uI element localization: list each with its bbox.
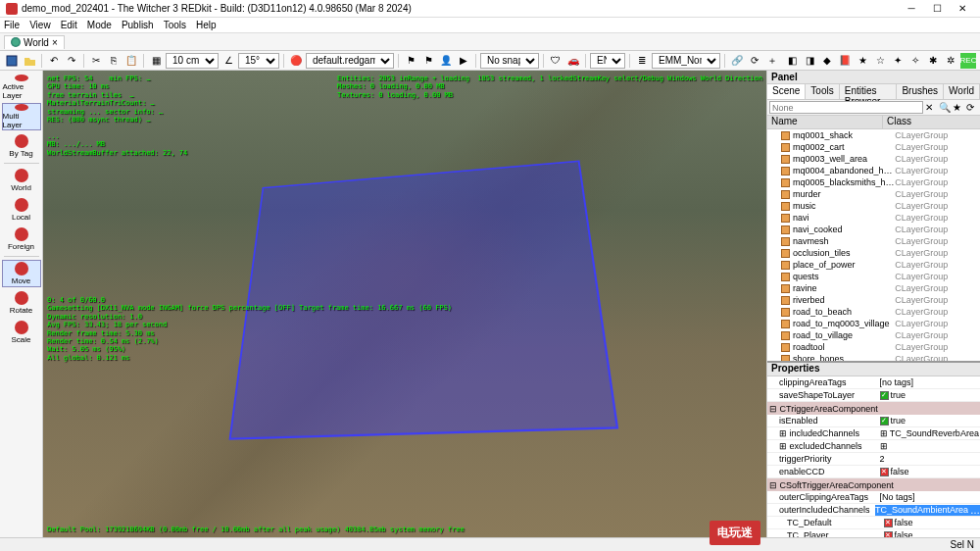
menu-file[interactable]: File — [4, 20, 20, 30]
prop-value[interactable]: ✕ false — [880, 467, 981, 476]
prop-row[interactable]: TC_Default✕ false — [767, 517, 980, 529]
open-icon[interactable] — [22, 53, 37, 69]
car-icon[interactable]: 🚗 — [565, 53, 581, 69]
checkbox-icon[interactable]: ✓ — [880, 391, 889, 400]
flag-green-icon[interactable]: ⚑ — [420, 53, 436, 69]
tree-row[interactable]: navi_cookedCLayerGroup — [767, 224, 980, 235]
prop-value[interactable]: [no tags] — [880, 377, 981, 387]
checkbox-icon[interactable]: ✕ — [884, 519, 893, 527]
book-icon[interactable]: 📕 — [837, 53, 853, 69]
cube-icon[interactable]: ◆ — [819, 53, 835, 69]
panel-tab-entities-browser[interactable]: Entities Browser — [840, 84, 898, 99]
tree-row[interactable]: musicCLayerGroup — [767, 200, 980, 212]
col-name[interactable]: Name — [767, 116, 883, 128]
prop-row[interactable]: isEnabled✓ true — [767, 415, 980, 427]
copy-icon[interactable]: ⎘ — [106, 53, 122, 69]
filter-refresh-icon[interactable]: ⟳ — [966, 102, 978, 114]
prop-value[interactable]: ✓ true — [880, 390, 981, 400]
tool-by-tag[interactable]: By Tag — [2, 132, 41, 160]
prop-value[interactable]: ✕ false — [884, 530, 981, 537]
redo-icon[interactable]: ↷ — [64, 53, 79, 69]
tree-row[interactable]: ravineCLayerGroup — [767, 282, 980, 294]
tree-row[interactable]: occlusion_tilesCLayerGroup — [767, 247, 980, 259]
close-button[interactable]: ✕ — [951, 2, 974, 16]
snap-select[interactable]: No snap — [480, 53, 539, 69]
col-class[interactable]: Class — [883, 116, 980, 128]
minimize-button[interactable]: ─ — [900, 2, 923, 16]
tree-row[interactable]: navmeshCLayerGroup — [767, 235, 980, 247]
filter-input[interactable] — [769, 101, 923, 114]
prop-value[interactable]: TC_SoundAmbientArea … — [875, 505, 980, 516]
tab-close-icon[interactable]: × — [52, 37, 58, 48]
prop-group[interactable]: ⊟ CSoftTriggerAreaComponent — [767, 478, 980, 491]
menu-view[interactable]: View — [29, 20, 51, 30]
checkbox-icon[interactable]: ✕ — [880, 468, 889, 476]
tree-row[interactable]: mq0001_shackCLayerGroup — [767, 129, 980, 141]
prop-row[interactable]: outerClippingAreaTags[No tags] — [767, 491, 980, 504]
tool-scale[interactable]: Scale — [2, 319, 41, 346]
tree-row[interactable]: murderCLayerGroup — [767, 188, 980, 200]
tree-row[interactable]: mq0004_abandoned_houseCLayerGroup — [767, 165, 980, 176]
prop-group[interactable]: ⊟ CTriggerAreaComponent — [767, 402, 980, 415]
prop-value[interactable]: 2 — [880, 454, 981, 464]
gizmo-a-icon[interactable]: ✦ — [890, 53, 906, 69]
tree-row[interactable]: road_to_villageCLayerGroup — [767, 329, 980, 341]
tree-row[interactable]: mq0003_well_areaCLayerGroup — [767, 153, 980, 165]
filter-search-icon[interactable]: 🔍 — [939, 102, 951, 114]
prop-value[interactable]: [No tags] — [880, 492, 981, 502]
save-icon[interactable] — [4, 53, 20, 69]
viewport-3d[interactable]: net FPS: 54 min FPS: … GPU time: 10 ms f… — [43, 71, 766, 537]
tool-multi-layer[interactable]: Multi Layer — [2, 103, 41, 130]
tool-foreign[interactable]: Foreign — [2, 225, 41, 253]
gizmo-c-icon[interactable]: ✱ — [925, 53, 941, 69]
tool-rotate[interactable]: Rotate — [2, 289, 41, 317]
prop-row[interactable]: ⊞ excludedChannels⊞ — [767, 440, 980, 453]
tool-local[interactable]: Local — [2, 196, 41, 224]
panel-tab-brushes[interactable]: Brushes — [897, 84, 944, 99]
checkbox-icon[interactable]: ✓ — [880, 417, 889, 426]
prop-value[interactable]: ✓ true — [880, 416, 981, 426]
prop-row[interactable]: saveShapeToLayer✓ true — [767, 389, 980, 402]
flag-red-icon[interactable]: ⚑ — [403, 53, 418, 69]
panel-tab-tools[interactable]: Tools — [806, 84, 839, 99]
tree-row[interactable]: mq0002_cartCLayerGroup — [767, 141, 980, 153]
tree-row[interactable]: roadtoolCLayerGroup — [767, 341, 980, 353]
play-icon[interactable]: ▶ — [456, 53, 471, 69]
prop-row[interactable]: outerIncludedChannelsTC_SoundAmbientArea… — [767, 504, 980, 517]
view-b-icon[interactable]: ◨ — [802, 53, 817, 69]
maximize-button[interactable]: ☐ — [925, 2, 949, 16]
tree-row[interactable]: naviCLayerGroup — [767, 212, 980, 224]
game-icon[interactable]: 🔴 — [288, 53, 304, 69]
gamedef-select[interactable]: default.redgame — [306, 53, 394, 69]
cut-icon[interactable]: ✂ — [88, 53, 104, 69]
prop-row[interactable]: ⊞ includedChannels⊞ TC_SoundReverbArea — [767, 427, 980, 440]
plus-icon[interactable]: ＋ — [764, 53, 780, 69]
refresh-icon[interactable]: ⟳ — [747, 53, 762, 69]
link-icon[interactable]: 🔗 — [729, 53, 745, 69]
menu-publish[interactable]: Publish — [122, 20, 154, 30]
undo-icon[interactable]: ↶ — [46, 53, 62, 69]
angle-select[interactable]: 15° — [238, 53, 279, 69]
panel-tab-world[interactable]: World — [944, 84, 980, 99]
menu-tools[interactable]: Tools — [164, 20, 186, 30]
prop-row[interactable]: triggerPriority2 — [767, 453, 980, 466]
star2-icon[interactable]: ☆ — [872, 53, 888, 69]
tree-row[interactable]: place_of_powerCLayerGroup — [767, 259, 980, 271]
rec-button[interactable]: REC — [960, 53, 976, 69]
tool-world[interactable]: World — [2, 167, 41, 194]
prop-value[interactable]: ✕ false — [884, 518, 981, 527]
layer-icon[interactable]: ≣ — [634, 53, 650, 69]
tree-row[interactable]: shore_bonesCLayerGroup — [767, 353, 980, 361]
filter-star-icon[interactable]: ★ — [953, 102, 964, 114]
tree-row[interactable]: mq0005_blacksmiths_houseCLayerGroup — [767, 176, 980, 188]
view-a-icon[interactable]: ◧ — [784, 53, 800, 69]
prop-value[interactable]: ⊞ TC_SoundReverbArea — [880, 428, 981, 438]
tree-row[interactable]: road_to_mq0003_villageCLayerGroup — [767, 318, 980, 329]
star-icon[interactable]: ★ — [855, 53, 870, 69]
tool-move[interactable]: Move — [2, 260, 41, 287]
paste-icon[interactable]: 📋 — [123, 53, 139, 69]
shield-icon[interactable]: 🛡 — [548, 53, 564, 69]
person-icon[interactable]: 👤 — [438, 53, 454, 69]
filter-clear-icon[interactable]: ✕ — [925, 102, 937, 114]
grid-size-select[interactable]: 10 cm — [166, 53, 219, 69]
